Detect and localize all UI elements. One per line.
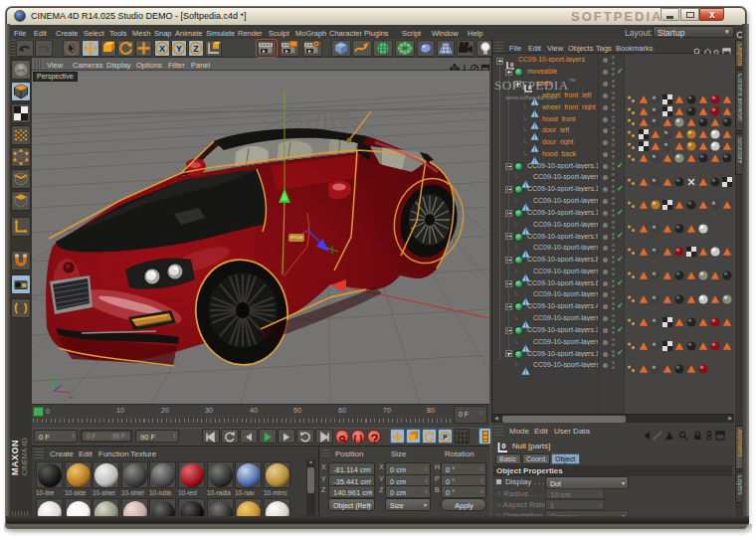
svg-text:CINEMA 4D: CINEMA 4D: [21, 438, 28, 475]
svg-text:P: P: [443, 434, 448, 441]
svg-text:0: 0: [510, 62, 514, 68]
svg-text:X: X: [159, 44, 165, 54]
svg-text:MAXON: MAXON: [10, 440, 20, 475]
svg-text:x: x: [70, 394, 73, 400]
svg-text:Z: Z: [193, 44, 198, 54]
svg-text:Y: Y: [48, 374, 52, 380]
svg-text:Y: Y: [176, 44, 182, 54]
svg-text:0: 0: [502, 443, 506, 450]
